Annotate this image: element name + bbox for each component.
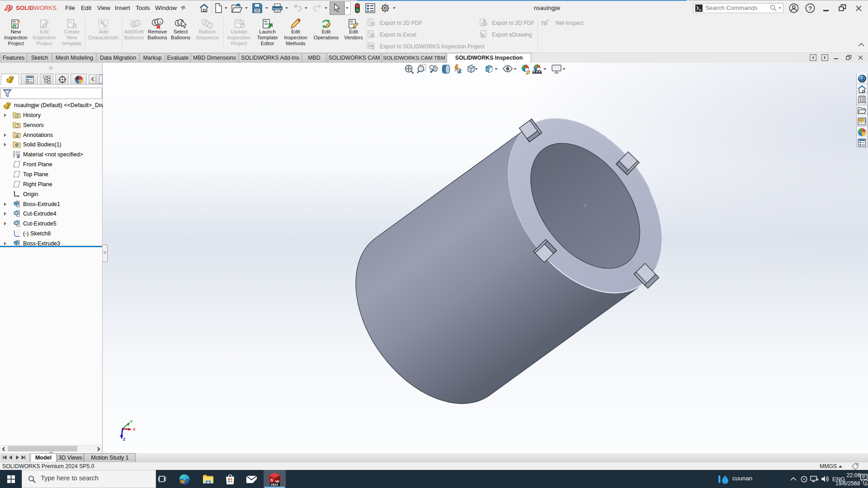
svg-text:1: 1 [177,21,179,25]
svg-text:e: e [482,34,484,37]
svg-text:1: 1 [204,21,206,24]
svg-text:1: 1 [159,20,161,24]
svg-text:2: 2 [207,23,208,26]
svg-text:2024: 2024 [271,483,279,486]
svg-text:PDF: PDF [371,23,375,25]
svg-text:1: 1 [132,23,134,26]
svg-text:1: 1 [154,21,156,25]
svg-text:3: 3 [209,24,211,28]
svg-text:X: X [133,427,136,432]
svg-text:PDF: PDF [483,23,487,25]
svg-text:Z: Z [123,437,126,441]
svg-text:Y: Y [130,419,133,424]
svg-text:?: ? [808,5,812,12]
svg-text:SOLIDWORKS: SOLIDWORKS [16,5,57,11]
svg-text:A: A [16,134,19,138]
svg-text:1: 1 [135,23,137,26]
svg-text:3D: 3D [483,19,486,22]
svg-text:4: 4 [865,481,867,485]
svg-text:A: A [458,69,462,74]
svg-text:1: 1 [157,20,159,24]
svg-text:1: 1 [137,22,138,25]
svg-text:ni: ni [541,19,547,27]
svg-text:S: S [270,478,273,483]
